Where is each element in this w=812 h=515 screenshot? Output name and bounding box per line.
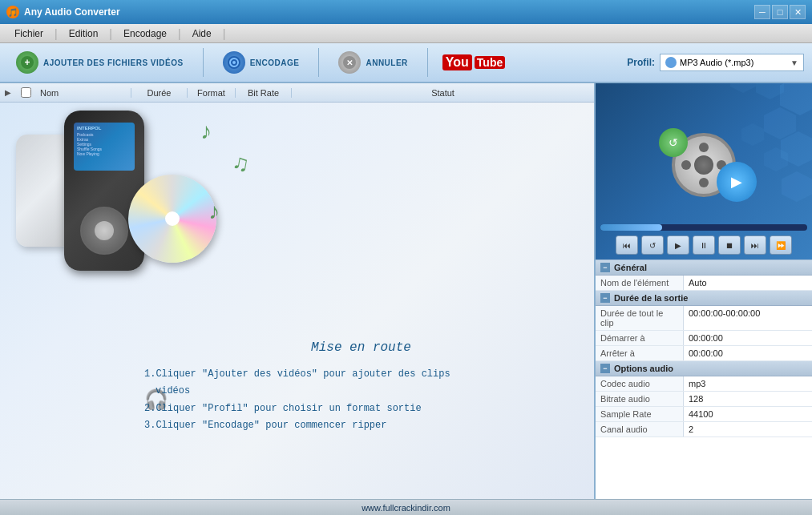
- menu-fichier[interactable]: Fichier: [6, 26, 51, 41]
- cd-center: [165, 211, 180, 226]
- ipod-wheel-center: [95, 221, 114, 240]
- menu-aide[interactable]: Aide: [184, 26, 220, 41]
- general-nom-label: Nom de l'élément: [596, 276, 684, 290]
- table-header: ▶ Nom Durée Format Bit Rate Statut: [0, 83, 594, 103]
- play-icon: ▶: [717, 162, 757, 202]
- audio-channel-row: Canal audio 2: [596, 422, 812, 437]
- status-bar-text: www.fullcrackindir.com: [362, 503, 450, 513]
- film-reel-center: [694, 155, 713, 175]
- select-all-checkbox[interactable]: [16, 87, 35, 98]
- app-title: Any Audio Converter: [24, 6, 120, 18]
- svg-point-4: [232, 61, 236, 64]
- welcome-text: Mise en route 1.Cliquer "Ajouter des vid…: [144, 340, 578, 435]
- encode-label: Encodage: [250, 58, 300, 67]
- toolbar-separator-2: [318, 48, 319, 77]
- music-note-2: ♫: [230, 149, 251, 177]
- youtube-you: You: [442, 54, 472, 70]
- stop-button[interactable]: ⏹: [718, 235, 741, 255]
- pause-button[interactable]: ⏸: [693, 235, 715, 255]
- status-bar: www.fullcrackindir.com: [0, 499, 812, 515]
- film-hole-top: [699, 143, 709, 152]
- duration-start-value: 00:00:00: [684, 331, 812, 345]
- play-button[interactable]: ▶: [667, 235, 689, 255]
- preview-controls: ⏮ ↺ ▶ ⏸ ⏹ ⏭ ⏩: [596, 234, 812, 256]
- menu-sep-1: |: [55, 27, 58, 40]
- hex-8: [741, 123, 764, 146]
- profile-format-icon: [665, 57, 677, 68]
- menu-sep-2: |: [109, 27, 112, 40]
- music-note-3: ♪: [208, 199, 220, 224]
- audio-channel-label: Canal audio: [596, 422, 684, 437]
- profile-select-inner: MP3 Audio (*.mp3): [665, 57, 753, 68]
- welcome-step1: 1.Cliquer "Ajouter des vidéos" pour ajou…: [144, 366, 578, 400]
- welcome-steps: 1.Cliquer "Ajouter des vidéos" pour ajou…: [144, 366, 578, 435]
- film-reel: ↺ ▶: [672, 133, 736, 197]
- add-files-button[interactable]: + Ajouter des fichiers vidéos: [8, 48, 192, 77]
- rewind-button[interactable]: ⏮: [616, 235, 638, 255]
- general-nom-value: Auto: [684, 276, 812, 290]
- profile-dropdown[interactable]: MP3 Audio (*.mp3) ▼: [660, 54, 804, 71]
- select-all-input[interactable]: [21, 87, 31, 98]
- duration-total-row: Durée de tout le clip 00:00:00-00:00:00: [596, 306, 812, 331]
- general-toggle-icon: −: [600, 263, 610, 272]
- audio-codec-label: Codec audio: [596, 376, 684, 391]
- audio-toggle-icon: −: [600, 364, 610, 373]
- welcome-step2: 2.Cliquer "Profil" pour choisir un forma…: [144, 400, 578, 418]
- svg-text:✕: ✕: [346, 58, 353, 67]
- title-bar: 🎵 Any Audio Converter ─ □ ✕: [0, 0, 812, 24]
- audio-bitrate-label: Bitrate audio: [596, 392, 684, 406]
- next-button[interactable]: ⏩: [770, 235, 792, 255]
- menu-bar: Fichier | Edition | Encodage | Aide |: [0, 24, 812, 43]
- general-section-header[interactable]: − Général: [596, 260, 812, 276]
- duration-start-row: Démarrer à 00:00:00: [596, 331, 812, 346]
- cancel-button[interactable]: ✕ Annuler: [330, 48, 415, 77]
- ipod-screen-content: INTERPOL Podcasts Extras Settings Shuffl…: [74, 123, 135, 159]
- cd-decoration: [128, 175, 216, 263]
- cancel-icon: ✕: [338, 51, 361, 74]
- duration-start-label: Démarrer à: [596, 331, 684, 345]
- profile-label: Profil:: [627, 57, 655, 68]
- maximize-button[interactable]: □: [772, 5, 788, 19]
- audio-section-header[interactable]: − Options audio: [596, 361, 812, 376]
- window-controls: ─ □ ✕: [754, 5, 806, 19]
- film-hole-left: [681, 160, 691, 170]
- ipod-black-decoration: INTERPOL Podcasts Extras Settings Shuffl…: [64, 111, 144, 271]
- audio-samplerate-value: 44100: [684, 407, 812, 421]
- properties-panel: − Général Nom de l'élément Auto − Durée …: [596, 260, 812, 499]
- general-nom-row: Nom de l'élément Auto: [596, 276, 812, 291]
- toolbar-separator-1: [203, 48, 204, 77]
- profile-value: MP3 Audio (*.mp3): [680, 58, 753, 67]
- ipod-wheel: [80, 207, 128, 255]
- duration-total-value: 00:00:00-00:00:00: [684, 306, 812, 330]
- main-area: ▶ Nom Durée Format Bit Rate Statut INTER…: [0, 83, 812, 499]
- minimize-button[interactable]: ─: [754, 5, 770, 19]
- svg-text:+: +: [24, 57, 30, 68]
- duration-toggle-icon: −: [600, 293, 610, 303]
- col-statut-header: Statut: [292, 88, 594, 98]
- col-nom-header: Nom: [35, 88, 131, 98]
- general-header-label: Général: [614, 263, 647, 272]
- cancel-label: Annuler: [366, 58, 407, 67]
- preview-progress-bar[interactable]: [600, 224, 807, 231]
- duration-section-header[interactable]: − Durée de la sortie: [596, 291, 812, 306]
- dropdown-arrow-icon: ▼: [790, 58, 798, 67]
- back-button[interactable]: ↺: [641, 235, 664, 255]
- collapse-toggle[interactable]: ▶: [0, 88, 16, 97]
- audio-header-label: Options audio: [614, 364, 673, 373]
- ipod-screen: INTERPOL Podcasts Extras Settings Shuffl…: [74, 123, 135, 171]
- menu-edition[interactable]: Edition: [61, 26, 107, 41]
- encode-button[interactable]: Encodage: [215, 48, 308, 77]
- prev-button[interactable]: ⏭: [744, 235, 766, 255]
- audio-codec-value: mp3: [684, 376, 812, 391]
- audio-samplerate-label: Sample Rate: [596, 407, 684, 421]
- close-button[interactable]: ✕: [790, 5, 806, 19]
- menu-encodage[interactable]: Encodage: [115, 26, 175, 41]
- film-hole-bottom: [699, 178, 709, 187]
- hex-7: [730, 83, 756, 93]
- duration-end-label: Arrêter à: [596, 346, 684, 360]
- col-bitrate-header: Bit Rate: [236, 88, 292, 98]
- audio-bitrate-value: 128: [684, 392, 812, 406]
- title-bar-left: 🎵 Any Audio Converter: [6, 6, 120, 18]
- media-icon: ↺ ▶: [672, 133, 736, 197]
- col-format-header: Format: [188, 88, 236, 98]
